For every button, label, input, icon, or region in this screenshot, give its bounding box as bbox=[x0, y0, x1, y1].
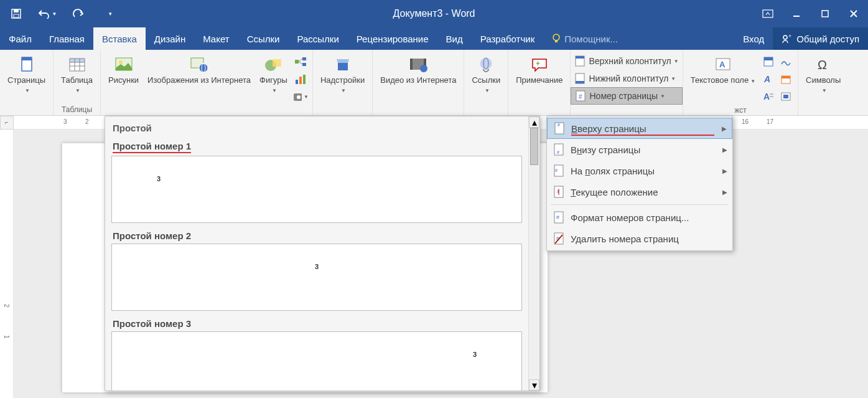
svg-rect-45 bbox=[576, 56, 584, 59]
submenu-format[interactable]: # Формат номеров страниц... bbox=[547, 207, 732, 228]
dropcap-icon: A bbox=[763, 91, 774, 102]
svg-rect-59 bbox=[782, 76, 790, 78]
page-number-gallery: Простой Простой номер 1 3 Простой номер … bbox=[105, 116, 540, 391]
smartart-button[interactable] bbox=[292, 54, 309, 70]
tab-view[interactable]: Вид bbox=[437, 27, 472, 50]
scroll-up-icon[interactable]: ▴ bbox=[529, 116, 539, 128]
submenu-remove[interactable]: # Удалить номера страниц bbox=[547, 228, 732, 249]
chart-button[interactable] bbox=[292, 71, 309, 87]
datetime-button[interactable] bbox=[778, 71, 794, 87]
format-icon: # bbox=[553, 211, 564, 224]
group-media: Видео из Интернета bbox=[373, 50, 464, 115]
wordart-icon: A bbox=[763, 73, 774, 85]
group-links: Ссылки▼ bbox=[464, 50, 508, 115]
minimize-icon bbox=[792, 9, 801, 18]
submenu-separator bbox=[551, 204, 729, 205]
textbox-button[interactable]: A Текстовое поле▼ bbox=[687, 52, 759, 88]
object-icon bbox=[780, 92, 791, 102]
svg-rect-61 bbox=[783, 95, 788, 98]
submenu-bottom-of-page[interactable]: # Внизу страницы ▶ bbox=[547, 139, 732, 160]
group-illustrations: Рисунки Изображения из Интернета Фигуры▼… bbox=[101, 50, 313, 115]
svg-text:#: # bbox=[556, 214, 559, 220]
minimize-button[interactable] bbox=[782, 0, 811, 27]
links-button[interactable]: Ссылки▼ bbox=[468, 52, 504, 97]
submenu-page-margins[interactable]: # На полях страницы ▶ bbox=[547, 160, 732, 181]
pictures-button[interactable]: Рисунки bbox=[105, 52, 142, 88]
svg-rect-29 bbox=[302, 63, 306, 66]
quickparts-icon bbox=[763, 56, 774, 67]
video-icon bbox=[409, 57, 427, 72]
sigline-button[interactable] bbox=[778, 54, 794, 70]
redo-button[interactable] bbox=[67, 2, 90, 25]
gallery-item-2[interactable]: 3 bbox=[111, 244, 522, 311]
tab-layout[interactable]: Макет bbox=[194, 27, 238, 50]
ribbon-display-button[interactable] bbox=[754, 0, 782, 27]
maximize-button[interactable] bbox=[811, 0, 839, 27]
table-icon bbox=[68, 57, 86, 72]
tell-me[interactable]: Помощник... bbox=[543, 27, 627, 50]
page-number-button[interactable]: # Номер страницы ▼ bbox=[571, 87, 682, 105]
share-label: Общий доступ bbox=[796, 34, 859, 44]
comment-button[interactable]: + Примечание bbox=[512, 52, 566, 88]
group-label-tables: Таблицы bbox=[57, 104, 96, 114]
dropcap-button[interactable]: A bbox=[760, 88, 777, 105]
submenu-top-of-page[interactable]: # Вверху страницы ▶ bbox=[547, 118, 732, 139]
svg-text:A: A bbox=[763, 92, 770, 102]
ribbon-display-icon bbox=[762, 9, 773, 18]
tab-home[interactable]: Главная bbox=[40, 27, 93, 50]
shapes-button[interactable]: Фигуры▼ bbox=[256, 52, 291, 97]
svg-point-23 bbox=[199, 64, 208, 72]
svg-rect-5 bbox=[822, 11, 828, 17]
redo-icon bbox=[73, 9, 84, 19]
svg-text:#: # bbox=[579, 93, 582, 100]
gallery-item-1[interactable]: 3 bbox=[111, 156, 522, 223]
gallery-heading: Простой bbox=[111, 120, 522, 137]
tab-design[interactable]: Дизайн bbox=[146, 27, 194, 50]
tab-references[interactable]: Ссылки bbox=[238, 27, 289, 50]
tab-developer[interactable]: Разработчик bbox=[472, 27, 543, 50]
pages-button[interactable]: Страницы▼ bbox=[4, 52, 49, 97]
ribbon: Страницы▼ Таблица▼ Таблицы Рисунки Изобр… bbox=[0, 50, 868, 116]
symbols-button[interactable]: Ω Символы▼ bbox=[802, 52, 844, 97]
signin-button[interactable]: Вход bbox=[734, 27, 773, 50]
tab-insert[interactable]: Вставка bbox=[93, 27, 146, 50]
bottom-page-icon: # bbox=[553, 143, 564, 156]
addins-button[interactable]: Надстройки▼ bbox=[317, 52, 368, 97]
svg-point-41 bbox=[480, 58, 492, 69]
share-button[interactable]: + Общий доступ bbox=[773, 27, 868, 50]
svg-text:+: + bbox=[788, 34, 791, 39]
textbox-icon: A bbox=[715, 57, 731, 72]
ruler-vertical[interactable]: 2 1 bbox=[0, 130, 14, 398]
table-button[interactable]: Таблица▼ bbox=[57, 52, 96, 97]
close-button[interactable] bbox=[839, 0, 868, 27]
qat-customize-button[interactable]: ▾ bbox=[98, 2, 121, 25]
chevron-down-icon: ▼ bbox=[25, 88, 30, 93]
online-picture-icon bbox=[190, 57, 208, 73]
gallery-scrollbar[interactable]: ▴ ▾ bbox=[528, 116, 539, 391]
wordart-button[interactable]: A bbox=[760, 71, 777, 87]
link-icon bbox=[477, 57, 495, 73]
tab-mailings[interactable]: Рассылки bbox=[288, 27, 347, 50]
chevron-down-icon: ▼ bbox=[674, 59, 679, 64]
screenshot-button[interactable]: ▼ bbox=[292, 88, 309, 105]
gallery-item-title-1: Простой номер 1 bbox=[111, 137, 522, 156]
online-video-button[interactable]: Видео из Интернета bbox=[376, 52, 460, 88]
footer-icon bbox=[574, 72, 586, 85]
submenu-current-position[interactable]: # Текущее положение ▶ bbox=[547, 181, 732, 202]
object-button[interactable] bbox=[778, 88, 794, 105]
scroll-down-icon[interactable]: ▾ bbox=[529, 379, 539, 391]
gallery-item-3[interactable]: 3 bbox=[111, 331, 522, 391]
current-pos-icon: # bbox=[553, 185, 564, 199]
quickparts-button[interactable] bbox=[760, 54, 777, 70]
tab-file[interactable]: Файл bbox=[0, 27, 40, 50]
svg-rect-13 bbox=[22, 57, 32, 60]
date-icon bbox=[780, 74, 791, 84]
online-pictures-button[interactable]: Изображения из Интернета bbox=[144, 52, 254, 88]
footer-button[interactable]: Нижний колонтитул ▼ bbox=[571, 70, 682, 87]
save-button[interactable] bbox=[5, 2, 27, 25]
header-button[interactable]: Верхний колонтитул ▼ bbox=[571, 52, 682, 70]
ruler-corner[interactable]: ⌐ bbox=[0, 116, 14, 130]
tab-review[interactable]: Рецензирование bbox=[348, 27, 437, 50]
undo-button[interactable]: ▼ bbox=[36, 2, 58, 25]
scrollbar-thumb[interactable] bbox=[530, 128, 538, 165]
